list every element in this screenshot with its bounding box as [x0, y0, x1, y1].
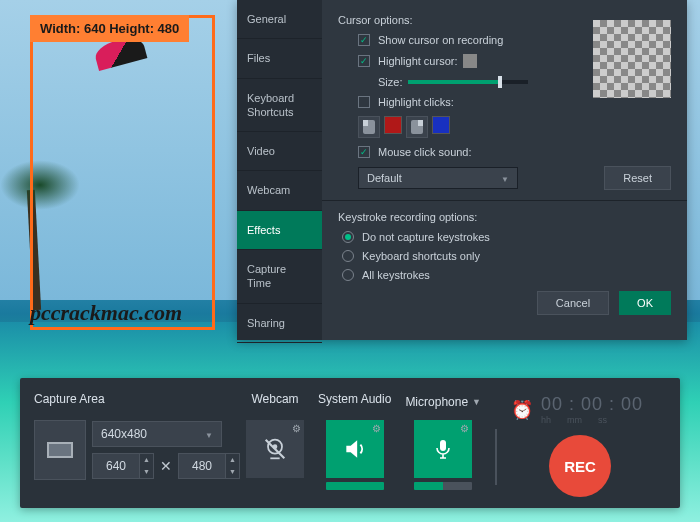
- webcam-toggle[interactable]: ⚙: [246, 420, 304, 478]
- alarm-icon[interactable]: ⏰: [511, 399, 533, 421]
- settings-tabs: General Files Keyboard Shortcuts Video W…: [237, 0, 322, 340]
- capture-size-badge: Width: 640 Height: 480: [30, 15, 189, 42]
- svg-rect-1: [418, 120, 423, 126]
- chevron-down-icon[interactable]: ▼: [472, 397, 481, 407]
- chevron-down-icon: [501, 172, 509, 184]
- gear-icon[interactable]: ⚙: [372, 423, 381, 434]
- webcam-off-icon: [261, 435, 289, 463]
- tab-effects[interactable]: Effects: [237, 211, 322, 250]
- effects-pane: Cursor options: Show cursor on recording…: [322, 0, 687, 340]
- click-sound-value: Default: [367, 172, 402, 184]
- times-icon: ✕: [160, 458, 172, 474]
- keystroke-section-title: Keystroke recording options:: [338, 211, 671, 223]
- tab-capture-time[interactable]: Capture Time: [237, 250, 322, 304]
- chevron-down-icon[interactable]: ▼: [225, 466, 239, 478]
- cursor-size-slider[interactable]: [408, 80, 528, 84]
- chevron-up-icon[interactable]: ▲: [225, 454, 239, 466]
- radio-all-keystrokes-label: All keystrokes: [362, 269, 430, 281]
- gear-icon[interactable]: ⚙: [460, 423, 469, 434]
- capture-area-button[interactable]: [34, 420, 86, 480]
- speaker-icon: [342, 436, 368, 462]
- watermark-text: pccrackmac.com: [30, 300, 182, 326]
- tab-keyboard-shortcuts[interactable]: Keyboard Shortcuts: [237, 79, 322, 133]
- radio-no-keystrokes-label: Do not capture keystrokes: [362, 231, 490, 243]
- show-cursor-label: Show cursor on recording: [378, 34, 503, 46]
- system-audio-level: [326, 482, 384, 490]
- record-button[interactable]: REC: [549, 435, 611, 497]
- tab-files[interactable]: Files: [237, 39, 322, 78]
- right-click-color[interactable]: [432, 116, 450, 134]
- timer-hh: 00: [541, 394, 563, 415]
- tab-general[interactable]: General: [237, 0, 322, 39]
- chevron-up-icon[interactable]: ▲: [139, 454, 153, 466]
- size-label: Size:: [378, 76, 402, 88]
- cursor-preview: [593, 20, 671, 98]
- microphone-toggle[interactable]: ⚙: [414, 420, 472, 478]
- webcam-label: Webcam: [251, 392, 298, 412]
- highlight-clicks-checkbox[interactable]: [358, 96, 370, 108]
- svg-rect-0: [363, 120, 368, 126]
- width-stepper[interactable]: 640▲▼: [92, 453, 154, 479]
- tab-video[interactable]: Video: [237, 132, 322, 171]
- left-click-icon: [358, 116, 380, 138]
- highlight-clicks-label: Highlight clicks:: [378, 96, 454, 108]
- highlight-cursor-label: Highlight cursor:: [378, 55, 457, 67]
- width-value: 640: [93, 459, 139, 473]
- highlight-color-swatch[interactable]: [463, 54, 477, 68]
- cancel-button[interactable]: Cancel: [537, 291, 609, 315]
- radio-shortcuts-only[interactable]: [342, 250, 354, 262]
- recording-timer: 00: 00: 00 hh mm ss: [541, 394, 643, 425]
- system-audio-toggle[interactable]: ⚙: [326, 420, 384, 478]
- height-stepper[interactable]: 480▲▼: [178, 453, 240, 479]
- ok-button[interactable]: OK: [619, 291, 671, 315]
- toolbar-divider: [495, 429, 497, 485]
- capture-area-label: Capture Area: [34, 392, 105, 412]
- capture-region-frame[interactable]: [30, 15, 215, 330]
- tab-webcam[interactable]: Webcam: [237, 171, 322, 210]
- resolution-preset-select[interactable]: 640x480: [92, 421, 222, 447]
- system-audio-label: System Audio: [318, 392, 391, 412]
- tab-sharing[interactable]: Sharing: [237, 304, 322, 343]
- microphone-level: [414, 482, 472, 490]
- svg-rect-4: [440, 440, 446, 451]
- radio-all-keystrokes[interactable]: [342, 269, 354, 281]
- chevron-down-icon: [205, 427, 213, 441]
- gear-icon[interactable]: ⚙: [292, 423, 301, 434]
- left-click-color[interactable]: [384, 116, 402, 134]
- reset-button[interactable]: Reset: [604, 166, 671, 190]
- highlight-cursor-checkbox[interactable]: [358, 55, 370, 67]
- microphone-icon: [431, 437, 455, 461]
- resolution-preset-value: 640x480: [101, 427, 147, 441]
- radio-shortcuts-only-label: Keyboard shortcuts only: [362, 250, 480, 262]
- capture-toolbar: Capture Area 640x480 640▲▼ ✕ 480▲▼ We: [20, 378, 680, 508]
- click-sound-checkbox[interactable]: [358, 146, 370, 158]
- timer-ss: 00: [621, 394, 643, 415]
- microphone-label: Microphone: [405, 395, 468, 409]
- click-sound-select[interactable]: Default: [358, 167, 518, 189]
- height-value: 480: [179, 459, 225, 473]
- click-sound-label: Mouse click sound:: [378, 146, 472, 158]
- right-click-icon: [406, 116, 428, 138]
- chevron-down-icon[interactable]: ▼: [139, 466, 153, 478]
- timer-mm: 00: [581, 394, 603, 415]
- settings-dialog: General Files Keyboard Shortcuts Video W…: [237, 0, 687, 340]
- radio-no-keystrokes[interactable]: [342, 231, 354, 243]
- show-cursor-checkbox[interactable]: [358, 34, 370, 46]
